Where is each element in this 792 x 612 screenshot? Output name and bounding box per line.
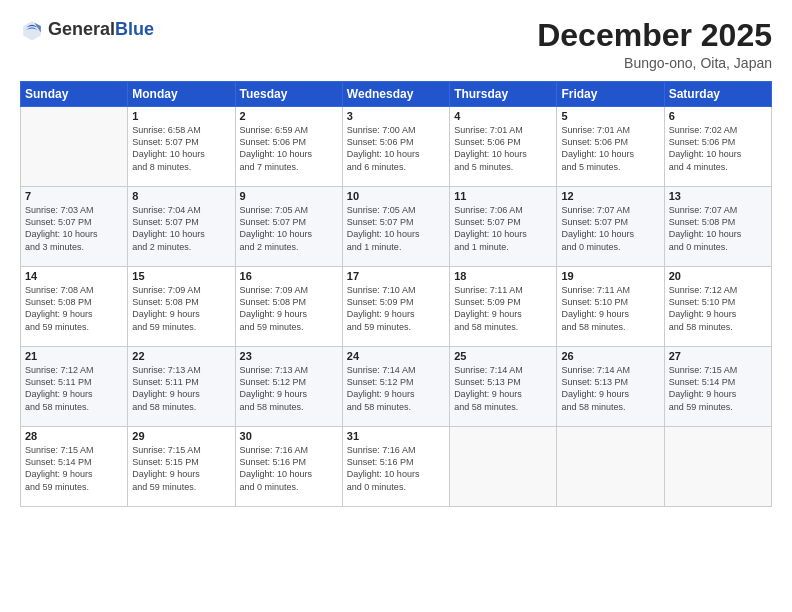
cell-info: Sunrise: 7:06 AM Sunset: 5:07 PM Dayligh… [454, 204, 552, 253]
day-number: 22 [132, 350, 230, 362]
day-number: 28 [25, 430, 123, 442]
calendar-cell: 3Sunrise: 7:00 AM Sunset: 5:06 PM Daylig… [342, 107, 449, 187]
cell-info: Sunrise: 7:01 AM Sunset: 5:06 PM Dayligh… [454, 124, 552, 173]
day-number: 26 [561, 350, 659, 362]
calendar-cell: 30Sunrise: 7:16 AM Sunset: 5:16 PM Dayli… [235, 427, 342, 507]
day-number: 29 [132, 430, 230, 442]
calendar-cell: 18Sunrise: 7:11 AM Sunset: 5:09 PM Dayli… [450, 267, 557, 347]
calendar-cell: 27Sunrise: 7:15 AM Sunset: 5:14 PM Dayli… [664, 347, 771, 427]
title-block: December 2025 Bungo-ono, Oita, Japan [537, 18, 772, 71]
day-number: 19 [561, 270, 659, 282]
weekday-header-wednesday: Wednesday [342, 82, 449, 107]
calendar-cell: 2Sunrise: 6:59 AM Sunset: 5:06 PM Daylig… [235, 107, 342, 187]
cell-info: Sunrise: 7:15 AM Sunset: 5:15 PM Dayligh… [132, 444, 230, 493]
day-number: 30 [240, 430, 338, 442]
day-number: 1 [132, 110, 230, 122]
calendar-cell: 6Sunrise: 7:02 AM Sunset: 5:06 PM Daylig… [664, 107, 771, 187]
calendar-cell: 8Sunrise: 7:04 AM Sunset: 5:07 PM Daylig… [128, 187, 235, 267]
location: Bungo-ono, Oita, Japan [537, 55, 772, 71]
cell-info: Sunrise: 7:12 AM Sunset: 5:10 PM Dayligh… [669, 284, 767, 333]
weekday-header-friday: Friday [557, 82, 664, 107]
day-number: 17 [347, 270, 445, 282]
day-number: 7 [25, 190, 123, 202]
day-number: 15 [132, 270, 230, 282]
calendar-cell: 17Sunrise: 7:10 AM Sunset: 5:09 PM Dayli… [342, 267, 449, 347]
cell-info: Sunrise: 7:15 AM Sunset: 5:14 PM Dayligh… [25, 444, 123, 493]
week-row-3: 21Sunrise: 7:12 AM Sunset: 5:11 PM Dayli… [21, 347, 772, 427]
cell-info: Sunrise: 7:14 AM Sunset: 5:13 PM Dayligh… [454, 364, 552, 413]
calendar-cell: 29Sunrise: 7:15 AM Sunset: 5:15 PM Dayli… [128, 427, 235, 507]
cell-info: Sunrise: 7:07 AM Sunset: 5:08 PM Dayligh… [669, 204, 767, 253]
cell-info: Sunrise: 7:15 AM Sunset: 5:14 PM Dayligh… [669, 364, 767, 413]
weekday-header-monday: Monday [128, 82, 235, 107]
calendar-cell [557, 427, 664, 507]
calendar-cell [21, 107, 128, 187]
calendar-cell: 13Sunrise: 7:07 AM Sunset: 5:08 PM Dayli… [664, 187, 771, 267]
week-row-0: 1Sunrise: 6:58 AM Sunset: 5:07 PM Daylig… [21, 107, 772, 187]
calendar-cell: 16Sunrise: 7:09 AM Sunset: 5:08 PM Dayli… [235, 267, 342, 347]
day-number: 6 [669, 110, 767, 122]
cell-info: Sunrise: 7:16 AM Sunset: 5:16 PM Dayligh… [240, 444, 338, 493]
week-row-1: 7Sunrise: 7:03 AM Sunset: 5:07 PM Daylig… [21, 187, 772, 267]
calendar-cell: 4Sunrise: 7:01 AM Sunset: 5:06 PM Daylig… [450, 107, 557, 187]
cell-info: Sunrise: 7:16 AM Sunset: 5:16 PM Dayligh… [347, 444, 445, 493]
calendar-cell [450, 427, 557, 507]
calendar-cell: 31Sunrise: 7:16 AM Sunset: 5:16 PM Dayli… [342, 427, 449, 507]
logo-general-text: General [48, 20, 115, 40]
cell-info: Sunrise: 7:11 AM Sunset: 5:09 PM Dayligh… [454, 284, 552, 333]
cell-info: Sunrise: 7:00 AM Sunset: 5:06 PM Dayligh… [347, 124, 445, 173]
day-number: 12 [561, 190, 659, 202]
day-number: 23 [240, 350, 338, 362]
day-number: 3 [347, 110, 445, 122]
day-number: 16 [240, 270, 338, 282]
logo: GeneralBlue [20, 18, 154, 42]
calendar-cell: 25Sunrise: 7:14 AM Sunset: 5:13 PM Dayli… [450, 347, 557, 427]
day-number: 20 [669, 270, 767, 282]
day-number: 8 [132, 190, 230, 202]
cell-info: Sunrise: 7:09 AM Sunset: 5:08 PM Dayligh… [240, 284, 338, 333]
weekday-header-row: SundayMondayTuesdayWednesdayThursdayFrid… [21, 82, 772, 107]
cell-info: Sunrise: 7:14 AM Sunset: 5:12 PM Dayligh… [347, 364, 445, 413]
calendar-cell: 12Sunrise: 7:07 AM Sunset: 5:07 PM Dayli… [557, 187, 664, 267]
day-number: 24 [347, 350, 445, 362]
weekday-header-thursday: Thursday [450, 82, 557, 107]
day-number: 27 [669, 350, 767, 362]
month-title: December 2025 [537, 18, 772, 53]
calendar-cell: 19Sunrise: 7:11 AM Sunset: 5:10 PM Dayli… [557, 267, 664, 347]
calendar-cell: 21Sunrise: 7:12 AM Sunset: 5:11 PM Dayli… [21, 347, 128, 427]
day-number: 9 [240, 190, 338, 202]
cell-info: Sunrise: 7:10 AM Sunset: 5:09 PM Dayligh… [347, 284, 445, 333]
calendar-cell: 20Sunrise: 7:12 AM Sunset: 5:10 PM Dayli… [664, 267, 771, 347]
day-number: 10 [347, 190, 445, 202]
cell-info: Sunrise: 7:03 AM Sunset: 5:07 PM Dayligh… [25, 204, 123, 253]
cell-info: Sunrise: 7:13 AM Sunset: 5:12 PM Dayligh… [240, 364, 338, 413]
cell-info: Sunrise: 7:09 AM Sunset: 5:08 PM Dayligh… [132, 284, 230, 333]
cell-info: Sunrise: 7:04 AM Sunset: 5:07 PM Dayligh… [132, 204, 230, 253]
day-number: 5 [561, 110, 659, 122]
cell-info: Sunrise: 6:58 AM Sunset: 5:07 PM Dayligh… [132, 124, 230, 173]
weekday-header-saturday: Saturday [664, 82, 771, 107]
cell-info: Sunrise: 7:07 AM Sunset: 5:07 PM Dayligh… [561, 204, 659, 253]
cell-info: Sunrise: 7:11 AM Sunset: 5:10 PM Dayligh… [561, 284, 659, 333]
calendar-cell: 22Sunrise: 7:13 AM Sunset: 5:11 PM Dayli… [128, 347, 235, 427]
day-number: 2 [240, 110, 338, 122]
cell-info: Sunrise: 7:05 AM Sunset: 5:07 PM Dayligh… [240, 204, 338, 253]
cell-info: Sunrise: 7:14 AM Sunset: 5:13 PM Dayligh… [561, 364, 659, 413]
logo-text: GeneralBlue [48, 20, 154, 40]
week-row-4: 28Sunrise: 7:15 AM Sunset: 5:14 PM Dayli… [21, 427, 772, 507]
day-number: 4 [454, 110, 552, 122]
cell-info: Sunrise: 7:12 AM Sunset: 5:11 PM Dayligh… [25, 364, 123, 413]
calendar-cell: 1Sunrise: 6:58 AM Sunset: 5:07 PM Daylig… [128, 107, 235, 187]
day-number: 25 [454, 350, 552, 362]
week-row-2: 14Sunrise: 7:08 AM Sunset: 5:08 PM Dayli… [21, 267, 772, 347]
cell-info: Sunrise: 6:59 AM Sunset: 5:06 PM Dayligh… [240, 124, 338, 173]
page: GeneralBlue December 2025 Bungo-ono, Oit… [0, 0, 792, 612]
calendar-cell: 5Sunrise: 7:01 AM Sunset: 5:06 PM Daylig… [557, 107, 664, 187]
calendar-cell: 9Sunrise: 7:05 AM Sunset: 5:07 PM Daylig… [235, 187, 342, 267]
cell-info: Sunrise: 7:02 AM Sunset: 5:06 PM Dayligh… [669, 124, 767, 173]
logo-icon [20, 18, 44, 42]
calendar-cell: 10Sunrise: 7:05 AM Sunset: 5:07 PM Dayli… [342, 187, 449, 267]
calendar-cell: 14Sunrise: 7:08 AM Sunset: 5:08 PM Dayli… [21, 267, 128, 347]
header: GeneralBlue December 2025 Bungo-ono, Oit… [20, 18, 772, 71]
calendar: SundayMondayTuesdayWednesdayThursdayFrid… [20, 81, 772, 507]
